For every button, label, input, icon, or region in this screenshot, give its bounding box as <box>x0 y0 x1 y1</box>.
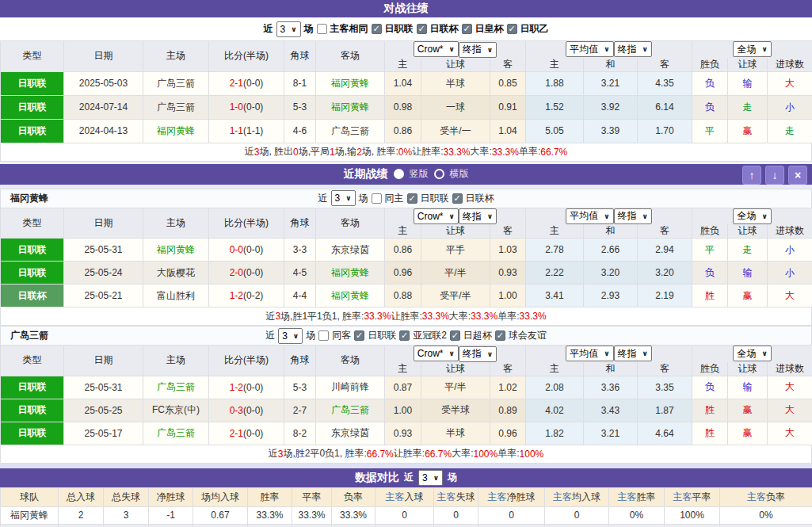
summary-value: 66.7% <box>540 147 567 158</box>
scroll-up-button[interactable]: ↑ <box>742 166 761 185</box>
fulltime-select[interactable]: 全场∨ <box>733 346 771 361</box>
final-index-select[interactable]: 终指∨ <box>614 346 652 361</box>
league-type-cell: 日职联 <box>1 71 64 95</box>
league-type-cell: 日职联 <box>1 119 64 143</box>
league-type-cell: 日职联 <box>1 262 64 285</box>
sub-column-header: 和 <box>584 362 638 376</box>
odds-away: 0.89 <box>490 399 526 422</box>
dropdown-value: 平均值 <box>570 209 598 223</box>
match-count-select[interactable]: 3∨ <box>331 190 356 206</box>
table-row: 日职联25-05-17广岛三箭2-1(0-0)8-2东京绿茵0.93半球0.96… <box>1 422 812 445</box>
avg-draw: 3.39 <box>584 119 638 143</box>
odds-source-select[interactable]: Crow*∨ <box>414 346 459 361</box>
h2h-table: 类型日期主场比分(半场)角球客场Crow*∨终指∨平均值∨终指∨全场∨主让球客主… <box>0 40 812 143</box>
chevron-down-icon: ∨ <box>761 349 767 357</box>
filter-label: 日联杯 <box>466 192 494 205</box>
sub-column-header: 客 <box>490 224 526 239</box>
match-count-select[interactable]: 3∨ <box>418 470 443 486</box>
chevron-down-icon: ∨ <box>761 45 767 53</box>
chevron-down-icon: ∨ <box>293 332 299 340</box>
odds-handicap: 平手 <box>421 239 490 262</box>
odds-source-select[interactable]: Crow*∨ <box>414 41 459 57</box>
table-row: 日职联2025-05-03广岛三箭2-1(0-0)8-1福冈黄蜂1.04半球0.… <box>1 71 812 95</box>
stat-cell: 0 <box>478 506 545 524</box>
date-cell: 25-05-17 <box>64 422 143 445</box>
summary-label: 让胜率: <box>412 145 443 158</box>
home-team: 福冈黄蜂 <box>143 239 209 262</box>
odds-source-select[interactable]: Crow*∨ <box>414 208 459 224</box>
home-team: 广岛三箭 <box>143 71 209 95</box>
result-handicap: 赢 <box>728 399 768 422</box>
final-index-select[interactable]: 终指∨ <box>459 42 497 58</box>
match-count-select[interactable]: 3∨ <box>276 21 301 37</box>
type-column-header: 类型 <box>1 346 64 376</box>
stat-cell: 0 <box>434 524 478 527</box>
result-handicap: 走 <box>728 95 768 119</box>
filter-checkbox[interactable]: ✓ <box>450 330 460 341</box>
filter-checkbox[interactable]: ✓ <box>354 330 364 341</box>
result-handicap: 走 <box>728 239 768 262</box>
odds-handicap: 平/半 <box>421 376 490 399</box>
chevron-down-icon: ∨ <box>345 194 351 202</box>
team-name[interactable]: 广岛三箭 <box>1 524 59 527</box>
fulltime-select[interactable]: 全场∨ <box>733 41 771 57</box>
filter-checkbox[interactable] <box>318 330 329 341</box>
score-cell: 1-1(1-1) <box>209 119 284 143</box>
table-row: 日职联2024-04-13福冈黄蜂1-1(1-1)4-6广岛三箭0.86受半/一… <box>1 119 812 143</box>
corner-column-header: 角球 <box>284 208 316 239</box>
stat-cell: 3 <box>545 524 609 527</box>
average-select[interactable]: 平均值∨ <box>566 208 613 224</box>
odds-home: 0.86 <box>385 239 421 262</box>
filter-checkbox[interactable]: ✓ <box>462 24 472 34</box>
sub-column-header: 客 <box>638 58 692 72</box>
corner-cell: 8-1 <box>284 71 316 95</box>
vertical-layout-radio[interactable] <box>394 169 404 179</box>
score-cell: 1-2(0-2) <box>209 285 284 307</box>
filter-checkbox[interactable]: ✓ <box>399 330 410 341</box>
filter-checkbox[interactable] <box>372 193 382 204</box>
summary-label: 大率: <box>471 145 492 158</box>
filter-checkbox[interactable] <box>317 24 327 34</box>
result-goals: 小 <box>768 262 812 285</box>
close-button[interactable]: × <box>788 166 807 185</box>
horizontal-layout-radio[interactable] <box>434 169 444 179</box>
result-handicap: 赢 <box>728 285 768 307</box>
final-index-select[interactable]: 终指∨ <box>614 41 652 57</box>
final-index-select[interactable]: 终指∨ <box>459 208 497 224</box>
final-index-select[interactable]: 终指∨ <box>459 346 497 362</box>
hiroshima-subheader: 广岛三箭 近3∨场同客✓日职联✓亚冠联2✓日超杯✓球会友谊 <box>0 326 812 345</box>
final-index-select[interactable]: 终指∨ <box>614 208 652 224</box>
chevron-down-icon: ∨ <box>642 212 648 220</box>
summary-label: 大率: <box>452 447 473 460</box>
table-row: 日职联25-05-31福冈黄蜂0-0(0-0)3-3东京绿茵0.86平手1.03… <box>1 239 812 262</box>
score-cell: 1-0(0-0) <box>209 95 284 119</box>
filter-checkbox[interactable]: ✓ <box>417 24 427 34</box>
average-select[interactable]: 平均值∨ <box>566 346 613 361</box>
odds-group-header: Crow*∨终指∨ <box>385 346 526 362</box>
dropdown-value: 3 <box>280 24 286 35</box>
match-count-select[interactable]: 3∨ <box>278 328 303 344</box>
horizontal-layout-label: 横版 <box>450 167 469 181</box>
filter-checkbox[interactable]: ✓ <box>452 193 463 204</box>
result-outcome: 胜 <box>692 285 728 307</box>
home-team: 广岛三箭 <box>143 376 209 399</box>
result-outcome: 负 <box>692 71 728 95</box>
filter-checkbox[interactable]: ✓ <box>407 193 417 204</box>
scroll-down-button[interactable]: ↓ <box>765 166 784 185</box>
home-team: 广岛三箭 <box>143 422 209 445</box>
result-handicap: 赢 <box>728 422 768 445</box>
filter-checkbox[interactable]: ✓ <box>372 24 382 34</box>
stat-cell: 3 <box>376 524 434 527</box>
average-select[interactable]: 平均值∨ <box>566 41 613 57</box>
sub-column-header: 和 <box>584 224 638 239</box>
avg-away: 4.64 <box>638 422 692 445</box>
chevron-down-icon: ∨ <box>449 45 455 53</box>
fulltime-select[interactable]: 全场∨ <box>733 208 771 224</box>
compare-column-header: 主客平率 <box>665 487 720 506</box>
filter-checkbox[interactable]: ✓ <box>507 24 517 34</box>
compare-header-bar: 数据对比 近 3∨ 场 <box>0 468 812 487</box>
stat-cell: 0% <box>665 524 720 527</box>
summary-label: 大率: <box>449 310 471 323</box>
near-label: 近 <box>265 329 275 342</box>
filter-checkbox[interactable]: ✓ <box>495 330 505 341</box>
